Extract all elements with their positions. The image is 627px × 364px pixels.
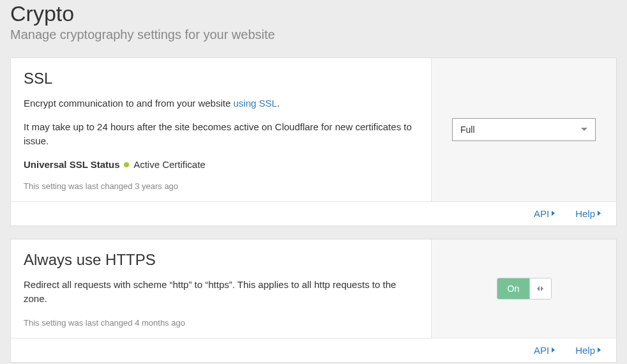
caret-right-icon <box>598 347 601 353</box>
ssl-desc: Encrypt communication to and from your w… <box>24 96 418 111</box>
ssl-help-link[interactable]: Help <box>575 208 601 219</box>
ssl-desc-post: . <box>277 98 280 109</box>
page-subtitle: Manage cryptography settings for your we… <box>10 27 617 42</box>
https-help-link[interactable]: Help <box>575 345 601 356</box>
https-desc: Redirect all requests with scheme “http”… <box>24 278 418 307</box>
ssl-meta: This setting was last changed 3 years ag… <box>24 181 418 191</box>
status-dot-icon <box>124 162 129 167</box>
ssl-card: SSL Encrypt communication to and from yo… <box>10 57 617 226</box>
https-help-label: Help <box>575 345 595 356</box>
page-title: Crypto <box>10 0 617 26</box>
ssl-status-text: Active Certificate <box>133 159 206 170</box>
ssl-title: SSL <box>24 70 418 87</box>
https-toggle[interactable]: On <box>497 278 552 300</box>
ssl-api-link[interactable]: API <box>534 208 555 219</box>
grip-icon <box>537 286 543 291</box>
toggle-handle <box>529 278 550 299</box>
https-meta: This setting was last changed 4 months a… <box>24 318 418 328</box>
ssl-status-label: Universal SSL Status <box>24 159 120 170</box>
ssl-status-line: Universal SSL Status Active Certificate <box>24 159 418 170</box>
https-card: Always use HTTPS Redirect all requests w… <box>10 239 617 363</box>
caret-right-icon <box>552 347 555 353</box>
ssl-api-label: API <box>534 208 549 219</box>
caret-right-icon <box>552 211 555 216</box>
https-api-link[interactable]: API <box>534 345 555 356</box>
https-api-label: API <box>534 345 549 356</box>
toggle-on-label: On <box>497 278 530 299</box>
ssl-mode-select[interactable]: Full <box>452 118 596 141</box>
ssl-note: It may take up to 24 hours after the sit… <box>24 120 418 149</box>
https-title: Always use HTTPS <box>24 251 418 269</box>
chevron-down-icon <box>581 128 587 131</box>
ssl-help-label: Help <box>575 208 595 219</box>
caret-right-icon <box>598 211 601 216</box>
ssl-desc-pre: Encrypt communication to and from your w… <box>24 98 233 109</box>
ssl-select-value: Full <box>460 125 475 135</box>
using-ssl-link[interactable]: using SSL <box>233 98 276 109</box>
